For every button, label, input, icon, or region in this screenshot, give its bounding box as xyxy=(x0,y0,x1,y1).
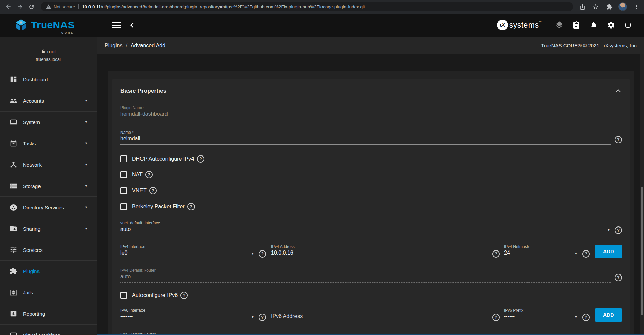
jobs-button[interactable] xyxy=(572,21,581,29)
nat-help-icon[interactable]: ? xyxy=(145,171,153,178)
ipv6-add-button[interactable]: ADD xyxy=(595,308,622,322)
sidenav-toggle-button[interactable] xyxy=(112,21,121,29)
sidebar-item-label: Services xyxy=(23,247,43,253)
bpf-checkbox-row: Berkeley Packet Filter ? xyxy=(120,202,622,211)
ipv4-netmask-select[interactable]: IPv4 Netmask 24 ▼ xyxy=(504,243,579,259)
breadcrumb-plugins-link[interactable]: Plugins xyxy=(105,43,122,49)
plugins-icon xyxy=(9,267,18,275)
ipv6-address-help-icon[interactable]: ? xyxy=(492,314,500,321)
ipv6-prefix-select[interactable]: IPv6 Prefix ------ ▼ xyxy=(504,307,579,322)
collapse-section-chevron-icon[interactable] xyxy=(616,89,621,94)
system-icon xyxy=(9,118,18,126)
sidebar-item-plugins[interactable]: Plugins xyxy=(0,261,97,282)
back-arrow-icon xyxy=(5,3,12,10)
sidebar-item-tasks[interactable]: Tasks ▼ xyxy=(0,133,97,154)
sidebar-item-storage[interactable]: Storage ▼ xyxy=(0,175,97,197)
sidebar-item-system[interactable]: System ▼ xyxy=(0,112,97,133)
reload-icon xyxy=(28,4,35,10)
main-content: Basic Properties Plugin Name heimdall-da… xyxy=(97,54,644,335)
ipv6-interface-help-icon[interactable]: ? xyxy=(259,314,266,321)
collapse-sidenav-chevron-icon[interactable] xyxy=(130,22,136,28)
ipv4-interface-help-icon[interactable]: ? xyxy=(259,250,266,258)
autoconfigure-ipv6-help-icon[interactable]: ? xyxy=(180,292,188,299)
nat-checkbox[interactable] xyxy=(120,171,127,178)
sidebar-item-network[interactable]: Network ▼ xyxy=(0,154,97,175)
settings-button[interactable] xyxy=(607,21,615,29)
breadcrumb-separator: / xyxy=(126,43,127,49)
virtual-machines-icon xyxy=(9,331,18,335)
user-block: root truenas.local xyxy=(0,37,97,69)
sidebar-item-label: Tasks xyxy=(23,141,36,146)
ix-text: systems™ xyxy=(509,21,542,30)
address-bar[interactable]: Not secure 10.0.0.11/ui/plugins/advanced… xyxy=(41,2,573,11)
sidebar-item-services[interactable]: Services xyxy=(0,239,97,261)
ipv4-netmask-help-icon[interactable]: ? xyxy=(582,250,590,258)
dropdown-caret-icon: ▼ xyxy=(251,252,254,255)
vnet-default-interface-label: vnet_default_interface xyxy=(120,221,611,226)
ipv4-add-button[interactable]: ADD xyxy=(595,245,622,258)
bell-icon xyxy=(590,21,598,29)
network-icon xyxy=(9,161,18,168)
browser-forward-button[interactable] xyxy=(14,1,26,13)
notifications-button[interactable] xyxy=(589,21,598,29)
browser-profile-avatar[interactable] xyxy=(618,2,627,11)
services-icon xyxy=(9,246,18,254)
dashboard-icon xyxy=(9,76,18,83)
content-scrollbar[interactable] xyxy=(640,54,644,335)
ipv4-interface-label: IPv4 Interface xyxy=(120,244,255,249)
dhcp-help-icon[interactable]: ? xyxy=(197,155,204,163)
ipv6-prefix-help-icon[interactable]: ? xyxy=(582,314,590,321)
sidebar-item-label: Jails xyxy=(23,290,33,295)
vnet-default-interface-help-icon[interactable]: ? xyxy=(615,226,622,234)
copyright-text: TrueNAS CORE® © 2021 - iXsystems, Inc. xyxy=(541,43,638,48)
vnet-help-icon[interactable]: ? xyxy=(149,187,157,194)
bookmark-button[interactable] xyxy=(591,2,600,11)
scrollbar-thumb[interactable] xyxy=(641,187,643,315)
chevron-down-icon: ▼ xyxy=(85,99,88,102)
name-input[interactable]: Name * heimdall xyxy=(120,129,611,145)
sidebar-item-directory-services[interactable]: Directory Services ▼ xyxy=(0,197,97,218)
ipv4-netmask-value: 24 xyxy=(504,249,579,256)
browser-back-button[interactable] xyxy=(3,1,14,13)
power-button[interactable] xyxy=(624,21,633,29)
plugin-name-input: Plugin Name heimdall-dashboard xyxy=(120,104,611,120)
extensions-button[interactable] xyxy=(605,2,614,11)
url-text: 10.0.0.11/ui/plugins/advanced/heimdall-d… xyxy=(82,4,365,9)
ipv6-interface-select[interactable]: IPv6 Interface ------- ▼ xyxy=(120,307,255,322)
sidebar-item-reporting[interactable]: Reporting xyxy=(0,303,97,325)
sidebar-item-label: Plugins xyxy=(23,268,40,274)
name-field-row: Name * heimdall ? xyxy=(120,129,622,145)
autoconfigure-ipv6-checkbox[interactable] xyxy=(120,292,127,299)
vnet-default-interface-select[interactable]: vnet_default_interface auto ▼ xyxy=(120,220,611,235)
sidebar-item-sharing[interactable]: Sharing ▼ xyxy=(0,218,97,239)
nat-checkbox-row: NAT ? xyxy=(120,171,622,179)
ipv4-default-router-help-icon[interactable]: ? xyxy=(615,274,622,281)
kebab-menu-icon xyxy=(633,4,639,10)
sidebar: root truenas.local Dashboard Accounts ▼ … xyxy=(0,37,97,335)
url-path: /ui/plugins/advanced/heimdall-dashboard;… xyxy=(101,4,365,9)
sidebar-item-jails[interactable]: Jails xyxy=(0,282,97,303)
storage-icon xyxy=(9,182,18,190)
sidebar-item-dashboard[interactable]: Dashboard xyxy=(0,69,97,90)
share-button[interactable] xyxy=(578,2,587,11)
sidebar-item-accounts[interactable]: Accounts ▼ xyxy=(0,90,97,112)
name-help-icon[interactable]: ? xyxy=(615,136,622,143)
vnet-checkbox[interactable] xyxy=(120,187,127,194)
browser-reload-button[interactable] xyxy=(26,1,37,13)
vnet-checkbox-row: VNET ? xyxy=(120,187,622,195)
app-topbar: TrueNAS CORE iX systems™ xyxy=(0,14,644,37)
omnibox-divider xyxy=(78,4,79,9)
bpf-help-icon[interactable]: ? xyxy=(187,203,195,210)
ipv4-interface-select[interactable]: IPv4 Interface le0 ▼ xyxy=(120,243,255,259)
ipv4-default-router-label: IPv4 Default Router xyxy=(120,268,611,273)
dhcp-checkbox[interactable] xyxy=(120,155,127,162)
sidebar-item-label: Sharing xyxy=(23,226,41,232)
ipv4-address-help-icon[interactable]: ? xyxy=(492,250,500,258)
sidebar-item-label: Virtual Machines xyxy=(23,332,60,335)
bpf-checkbox[interactable] xyxy=(120,203,127,210)
ipv6-address-input[interactable]: IPv6 Address xyxy=(271,307,489,322)
browser-menu-button[interactable] xyxy=(632,2,641,11)
sidebar-item-virtual-machines[interactable]: Virtual Machines xyxy=(0,325,97,335)
ipv4-address-input[interactable]: IPv4 Address 10.0.0.16 xyxy=(271,243,489,259)
truecommand-button[interactable] xyxy=(555,21,564,29)
